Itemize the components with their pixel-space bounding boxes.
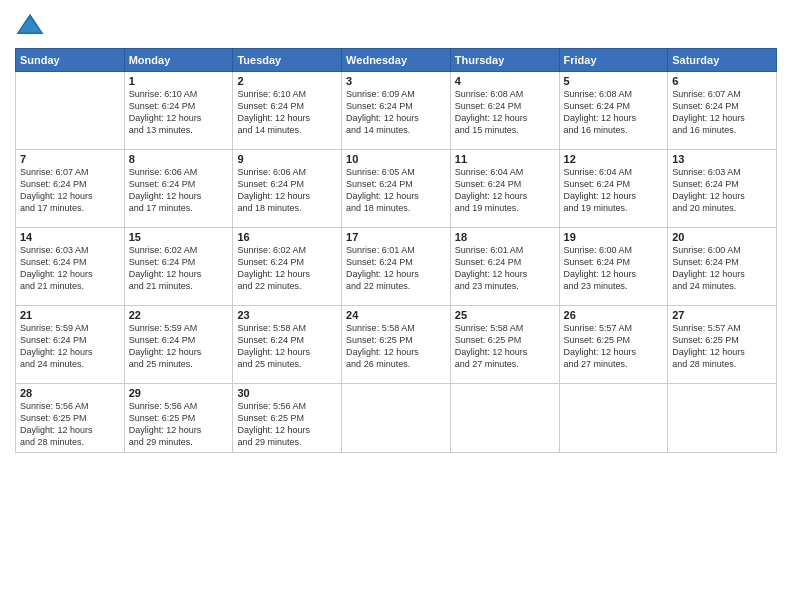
day-number: 16 [237, 231, 337, 243]
week-row-4: 21Sunrise: 5:59 AMSunset: 6:24 PMDayligh… [16, 306, 777, 384]
weekday-header-monday: Monday [124, 49, 233, 72]
day-cell: 26Sunrise: 5:57 AMSunset: 6:25 PMDayligh… [559, 306, 668, 384]
day-info: Sunrise: 6:04 AMSunset: 6:24 PMDaylight:… [455, 166, 555, 215]
day-number: 24 [346, 309, 446, 321]
day-number: 8 [129, 153, 229, 165]
day-cell: 4Sunrise: 6:08 AMSunset: 6:24 PMDaylight… [450, 72, 559, 150]
day-info: Sunrise: 6:07 AMSunset: 6:24 PMDaylight:… [672, 88, 772, 137]
svg-marker-1 [19, 18, 42, 33]
day-info: Sunrise: 5:59 AMSunset: 6:24 PMDaylight:… [129, 322, 229, 371]
day-cell: 16Sunrise: 6:02 AMSunset: 6:24 PMDayligh… [233, 228, 342, 306]
day-cell: 21Sunrise: 5:59 AMSunset: 6:24 PMDayligh… [16, 306, 125, 384]
day-cell: 10Sunrise: 6:05 AMSunset: 6:24 PMDayligh… [342, 150, 451, 228]
day-info: Sunrise: 6:03 AMSunset: 6:24 PMDaylight:… [20, 244, 120, 293]
day-cell: 11Sunrise: 6:04 AMSunset: 6:24 PMDayligh… [450, 150, 559, 228]
day-cell: 12Sunrise: 6:04 AMSunset: 6:24 PMDayligh… [559, 150, 668, 228]
day-info: Sunrise: 6:02 AMSunset: 6:24 PMDaylight:… [129, 244, 229, 293]
day-number: 21 [20, 309, 120, 321]
day-number: 15 [129, 231, 229, 243]
day-info: Sunrise: 6:02 AMSunset: 6:24 PMDaylight:… [237, 244, 337, 293]
day-cell: 29Sunrise: 5:56 AMSunset: 6:25 PMDayligh… [124, 384, 233, 453]
day-number: 14 [20, 231, 120, 243]
day-cell [668, 384, 777, 453]
day-info: Sunrise: 6:01 AMSunset: 6:24 PMDaylight:… [455, 244, 555, 293]
weekday-header-sunday: Sunday [16, 49, 125, 72]
day-cell [342, 384, 451, 453]
calendar-table: SundayMondayTuesdayWednesdayThursdayFrid… [15, 48, 777, 453]
header [15, 10, 777, 40]
day-info: Sunrise: 5:58 AMSunset: 6:25 PMDaylight:… [455, 322, 555, 371]
day-info: Sunrise: 6:07 AMSunset: 6:24 PMDaylight:… [20, 166, 120, 215]
day-number: 1 [129, 75, 229, 87]
logo-icon [15, 10, 45, 40]
day-number: 3 [346, 75, 446, 87]
day-cell [559, 384, 668, 453]
week-row-1: 1Sunrise: 6:10 AMSunset: 6:24 PMDaylight… [16, 72, 777, 150]
day-number: 12 [564, 153, 664, 165]
day-info: Sunrise: 6:10 AMSunset: 6:24 PMDaylight:… [237, 88, 337, 137]
day-info: Sunrise: 6:06 AMSunset: 6:24 PMDaylight:… [129, 166, 229, 215]
page: SundayMondayTuesdayWednesdayThursdayFrid… [0, 0, 792, 612]
day-cell: 15Sunrise: 6:02 AMSunset: 6:24 PMDayligh… [124, 228, 233, 306]
day-number: 20 [672, 231, 772, 243]
day-cell: 17Sunrise: 6:01 AMSunset: 6:24 PMDayligh… [342, 228, 451, 306]
day-cell: 14Sunrise: 6:03 AMSunset: 6:24 PMDayligh… [16, 228, 125, 306]
day-number: 29 [129, 387, 229, 399]
day-cell: 28Sunrise: 5:56 AMSunset: 6:25 PMDayligh… [16, 384, 125, 453]
day-number: 27 [672, 309, 772, 321]
day-number: 4 [455, 75, 555, 87]
day-number: 11 [455, 153, 555, 165]
week-row-5: 28Sunrise: 5:56 AMSunset: 6:25 PMDayligh… [16, 384, 777, 453]
day-cell [450, 384, 559, 453]
day-number: 28 [20, 387, 120, 399]
day-number: 6 [672, 75, 772, 87]
day-number: 19 [564, 231, 664, 243]
day-info: Sunrise: 5:56 AMSunset: 6:25 PMDaylight:… [237, 400, 337, 449]
weekday-header-thursday: Thursday [450, 49, 559, 72]
day-number: 10 [346, 153, 446, 165]
day-number: 18 [455, 231, 555, 243]
day-cell: 7Sunrise: 6:07 AMSunset: 6:24 PMDaylight… [16, 150, 125, 228]
day-info: Sunrise: 5:58 AMSunset: 6:25 PMDaylight:… [346, 322, 446, 371]
day-cell: 18Sunrise: 6:01 AMSunset: 6:24 PMDayligh… [450, 228, 559, 306]
day-info: Sunrise: 6:01 AMSunset: 6:24 PMDaylight:… [346, 244, 446, 293]
day-number: 7 [20, 153, 120, 165]
day-info: Sunrise: 6:00 AMSunset: 6:24 PMDaylight:… [672, 244, 772, 293]
day-cell: 8Sunrise: 6:06 AMSunset: 6:24 PMDaylight… [124, 150, 233, 228]
day-cell: 13Sunrise: 6:03 AMSunset: 6:24 PMDayligh… [668, 150, 777, 228]
day-cell: 22Sunrise: 5:59 AMSunset: 6:24 PMDayligh… [124, 306, 233, 384]
day-info: Sunrise: 5:56 AMSunset: 6:25 PMDaylight:… [20, 400, 120, 449]
day-info: Sunrise: 6:08 AMSunset: 6:24 PMDaylight:… [455, 88, 555, 137]
day-cell: 23Sunrise: 5:58 AMSunset: 6:24 PMDayligh… [233, 306, 342, 384]
day-cell: 6Sunrise: 6:07 AMSunset: 6:24 PMDaylight… [668, 72, 777, 150]
weekday-header-saturday: Saturday [668, 49, 777, 72]
logo [15, 10, 49, 40]
day-info: Sunrise: 6:08 AMSunset: 6:24 PMDaylight:… [564, 88, 664, 137]
day-number: 26 [564, 309, 664, 321]
weekday-header-friday: Friday [559, 49, 668, 72]
day-cell: 20Sunrise: 6:00 AMSunset: 6:24 PMDayligh… [668, 228, 777, 306]
day-info: Sunrise: 6:10 AMSunset: 6:24 PMDaylight:… [129, 88, 229, 137]
day-cell [16, 72, 125, 150]
day-info: Sunrise: 5:59 AMSunset: 6:24 PMDaylight:… [20, 322, 120, 371]
day-number: 25 [455, 309, 555, 321]
day-info: Sunrise: 6:06 AMSunset: 6:24 PMDaylight:… [237, 166, 337, 215]
day-info: Sunrise: 6:04 AMSunset: 6:24 PMDaylight:… [564, 166, 664, 215]
day-cell: 30Sunrise: 5:56 AMSunset: 6:25 PMDayligh… [233, 384, 342, 453]
day-number: 13 [672, 153, 772, 165]
day-number: 2 [237, 75, 337, 87]
day-cell: 9Sunrise: 6:06 AMSunset: 6:24 PMDaylight… [233, 150, 342, 228]
day-info: Sunrise: 6:03 AMSunset: 6:24 PMDaylight:… [672, 166, 772, 215]
day-info: Sunrise: 6:05 AMSunset: 6:24 PMDaylight:… [346, 166, 446, 215]
day-info: Sunrise: 5:57 AMSunset: 6:25 PMDaylight:… [564, 322, 664, 371]
day-number: 9 [237, 153, 337, 165]
day-cell: 5Sunrise: 6:08 AMSunset: 6:24 PMDaylight… [559, 72, 668, 150]
day-cell: 25Sunrise: 5:58 AMSunset: 6:25 PMDayligh… [450, 306, 559, 384]
day-info: Sunrise: 5:57 AMSunset: 6:25 PMDaylight:… [672, 322, 772, 371]
day-cell: 2Sunrise: 6:10 AMSunset: 6:24 PMDaylight… [233, 72, 342, 150]
day-info: Sunrise: 6:09 AMSunset: 6:24 PMDaylight:… [346, 88, 446, 137]
week-row-2: 7Sunrise: 6:07 AMSunset: 6:24 PMDaylight… [16, 150, 777, 228]
day-number: 5 [564, 75, 664, 87]
day-info: Sunrise: 5:58 AMSunset: 6:24 PMDaylight:… [237, 322, 337, 371]
day-number: 17 [346, 231, 446, 243]
